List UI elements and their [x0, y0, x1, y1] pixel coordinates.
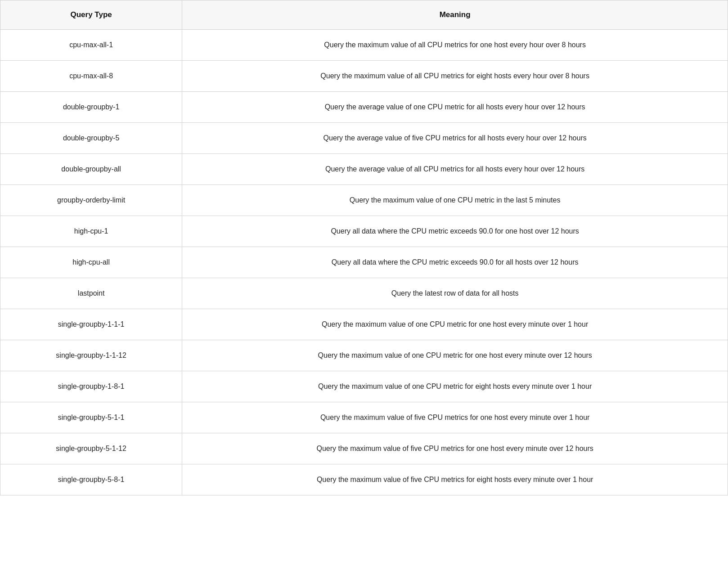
query-type-cell: cpu-max-all-8: [0, 61, 182, 92]
table-container: Query Type Meaning cpu-max-all-1Query th…: [0, 0, 728, 585]
meaning-cell: Query the average value of one CPU metri…: [182, 92, 728, 123]
query-type-cell: groupby-orderby-limit: [0, 185, 182, 216]
table-row: groupby-orderby-limitQuery the maximum v…: [0, 185, 728, 216]
query-type-cell: double-groupby-all: [0, 154, 182, 185]
meaning-cell: Query the maximum value of one CPU metri…: [182, 309, 728, 340]
query-type-cell: cpu-max-all-1: [0, 30, 182, 61]
query-type-cell: single-groupby-1-1-1: [0, 309, 182, 340]
table-row: single-groupby-1-1-1Query the maximum va…: [0, 309, 728, 340]
meaning-cell: Query the maximum value of five CPU metr…: [182, 433, 728, 464]
query-type-cell: lastpoint: [0, 278, 182, 309]
query-type-cell: single-groupby-1-8-1: [0, 371, 182, 402]
query-type-cell: high-cpu-all: [0, 247, 182, 278]
query-type-header: Query Type: [0, 0, 182, 30]
meaning-header: Meaning: [182, 0, 728, 30]
meaning-cell: Query all data where the CPU metric exce…: [182, 247, 728, 278]
meaning-cell: Query the maximum value of all CPU metri…: [182, 61, 728, 92]
table-row: high-cpu-allQuery all data where the CPU…: [0, 247, 728, 278]
table-row: single-groupby-5-1-12Query the maximum v…: [0, 433, 728, 464]
table-row: single-groupby-1-8-1Query the maximum va…: [0, 371, 728, 402]
table-row: single-groupby-5-8-1Query the maximum va…: [0, 464, 728, 495]
query-type-table: Query Type Meaning cpu-max-all-1Query th…: [0, 0, 728, 495]
query-type-cell: single-groupby-5-1-12: [0, 433, 182, 464]
query-type-cell: single-groupby-5-1-1: [0, 402, 182, 433]
query-type-cell: single-groupby-1-1-12: [0, 340, 182, 371]
table-row: lastpointQuery the latest row of data fo…: [0, 278, 728, 309]
query-type-cell: high-cpu-1: [0, 216, 182, 247]
meaning-cell: Query the maximum value of one CPU metri…: [182, 185, 728, 216]
query-type-cell: single-groupby-5-8-1: [0, 464, 182, 495]
table-row: double-groupby-allQuery the average valu…: [0, 154, 728, 185]
table-row: cpu-max-all-8Query the maximum value of …: [0, 61, 728, 92]
table-header-row: Query Type Meaning: [0, 0, 728, 30]
meaning-cell: Query the maximum value of one CPU metri…: [182, 340, 728, 371]
meaning-cell: Query the latest row of data for all hos…: [182, 278, 728, 309]
table-row: single-groupby-1-1-12Query the maximum v…: [0, 340, 728, 371]
query-type-cell: double-groupby-1: [0, 92, 182, 123]
meaning-cell: Query all data where the CPU metric exce…: [182, 216, 728, 247]
meaning-cell: Query the average value of five CPU metr…: [182, 123, 728, 154]
table-row: high-cpu-1Query all data where the CPU m…: [0, 216, 728, 247]
meaning-cell: Query the maximum value of one CPU metri…: [182, 371, 728, 402]
meaning-cell: Query the maximum value of five CPU metr…: [182, 402, 728, 433]
table-row: double-groupby-1Query the average value …: [0, 92, 728, 123]
table-row: cpu-max-all-1Query the maximum value of …: [0, 30, 728, 61]
meaning-cell: Query the average value of all CPU metri…: [182, 154, 728, 185]
query-type-cell: double-groupby-5: [0, 123, 182, 154]
table-row: double-groupby-5Query the average value …: [0, 123, 728, 154]
table-row: single-groupby-5-1-1Query the maximum va…: [0, 402, 728, 433]
meaning-cell: Query the maximum value of all CPU metri…: [182, 30, 728, 61]
meaning-cell: Query the maximum value of five CPU metr…: [182, 464, 728, 495]
